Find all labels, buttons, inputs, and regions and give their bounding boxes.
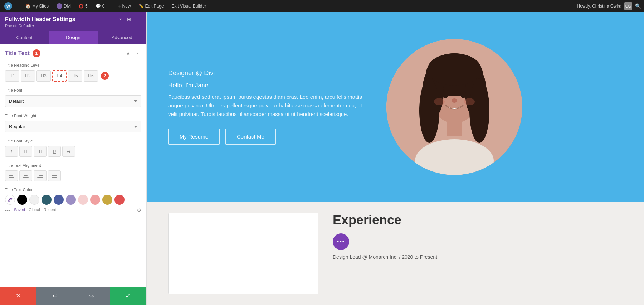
left-panel: Fullwidth Header Settings ⊡ ⊞ ⋮ Preset: … [0,12,147,305]
eyedropper-btn[interactable] [5,195,15,205]
section-more-icon[interactable]: ⋮ [133,50,141,57]
more-options-icon[interactable]: ⋮ [135,16,141,23]
title-alignment-label: Title Text Alignment [5,163,141,168]
h1-btn[interactable]: H1 [5,70,19,82]
h2-btn[interactable]: H2 [21,70,35,82]
new-btn[interactable]: + New [116,0,132,12]
my-sites-label: My Sites [32,4,49,9]
section-title-left: Title Text 1 [5,49,40,57]
style-buttons: I TT Tt U S [5,146,141,157]
heading-badge: 2 [101,72,109,80]
title-font-select[interactable]: Default [5,95,141,107]
title-font-weight-select[interactable]: Regular [5,121,141,132]
divi-label: Divi [64,4,71,9]
strikethrough-btn[interactable]: S [62,146,75,157]
title-font-weight-label: Title Font Weight [5,113,141,118]
exp-left-box [168,213,318,294]
experience-section: Experience ••• Design Lead @ Monarch Inc… [147,202,644,305]
svg-point-11 [460,91,466,98]
h5-btn[interactable]: H5 [68,70,82,82]
exp-position: Design Lead @ Monarch Inc. / 2020 to Pre… [333,254,623,260]
separator2 [111,3,111,10]
exp-right-content: Experience ••• Design Lead @ Monarch Inc… [333,213,623,294]
color-row [5,195,141,205]
expand-icon[interactable]: ⊞ [126,16,132,23]
color-light-purple[interactable] [66,195,76,205]
title-color-group: Title Text Color [5,188,141,213]
svg-point-10 [443,91,448,98]
redo-button[interactable]: ↪ [73,287,110,305]
cancel-button[interactable]: ✕ [0,287,36,305]
svg-point-12 [452,98,457,103]
tab-content[interactable]: Content [0,31,49,44]
svg-rect-8 [447,118,462,136]
svg-point-13 [434,98,445,105]
main-area: Fullwidth Header Settings ⊡ ⊞ ⋮ Preset: … [0,12,644,305]
section-badge: 1 [33,49,40,57]
wp-icon-btn[interactable]: W [3,0,14,12]
collapse-icon[interactable]: ∧ [125,50,131,57]
panel-preset[interactable]: Preset: Default ▾ [5,24,141,28]
color-red[interactable] [114,195,125,205]
minimize-icon[interactable]: ⊡ [118,16,123,23]
color-black[interactable] [17,195,27,205]
hero-greeting: Hello, I'm Jane [168,82,365,89]
section-title-icons: ∧ ⋮ [125,50,141,57]
heading-buttons: H1 H2 H3 H4 H5 H6 2 [5,70,141,82]
exit-visual-builder-btn[interactable]: Exit Visual Builder [170,0,208,12]
undo-button[interactable]: ↩ [36,287,73,305]
align-left-btn[interactable] [5,170,18,181]
align-right-btn[interactable] [34,170,47,181]
contact-me-button[interactable]: Contact Me [225,129,276,145]
color-light-pink[interactable] [78,195,88,205]
color-purple[interactable] [54,195,64,205]
color-dark-teal[interactable] [42,195,52,205]
svg-point-6 [419,78,439,143]
more-colors-btn[interactable]: ••• [5,208,10,213]
comment-count-btn[interactable]: ⭕ 5 [77,0,89,12]
my-sites-btn[interactable]: 🏠 My Sites [24,0,50,12]
align-center-btn[interactable] [19,170,32,181]
hero-image-wrap [386,39,522,175]
edit-page-btn[interactable]: ✏️ Edit Page [137,0,165,12]
recent-colors-tab[interactable]: Recent [44,208,56,213]
uppercase-btn[interactable]: TT [19,146,32,157]
section-title-row: Title Text 1 ∧ ⋮ [5,49,141,57]
hero-subtitle: Designer @ Divi [168,69,365,77]
tab-design[interactable]: Design [49,31,97,44]
admin-bar: W 🏠 My Sites Divi ⭕ 5 💬 0 + New ✏️ Edit … [0,0,644,12]
hero-person-svg [386,39,522,175]
color-pink[interactable] [90,195,100,205]
color-gold[interactable] [102,195,112,205]
right-panel: Designer @ Divi Hello, I'm Jane Faucibus… [147,12,644,305]
svg-point-5 [428,53,481,86]
capitalize-btn[interactable]: Tt [34,146,47,157]
h3-btn[interactable]: H3 [36,70,51,82]
panel-header-top: Fullwidth Header Settings ⊡ ⊞ ⋮ [5,16,141,23]
tab-advanced[interactable]: Advanced [98,31,146,44]
panel-header-icons: ⊡ ⊞ ⋮ [118,16,141,23]
underline-btn[interactable]: U [48,146,61,157]
h4-btn[interactable]: H4 [52,70,67,82]
comment-bubble-btn[interactable]: 💬 0 [94,0,106,12]
title-font-weight-group: Title Font Weight Regular [5,113,141,132]
svg-point-7 [469,78,489,143]
search-icon[interactable]: 🔍 [635,3,641,9]
my-resume-button[interactable]: My Resume [168,129,220,145]
align-buttons [5,170,141,181]
save-button[interactable]: ✓ [110,287,146,305]
italic-btn[interactable]: I [5,146,18,157]
h6-btn[interactable]: H6 [84,70,98,82]
divi-btn[interactable]: Divi [55,0,72,12]
global-colors-tab[interactable]: Global [29,208,40,213]
color-settings-icon[interactable]: ⚙ [137,208,141,213]
heading-level-label: Title Heading Level [5,63,141,67]
comment-bubble-count: 0 [102,4,105,9]
saved-colors-tab[interactable]: Saved [14,208,25,213]
align-justify-btn[interactable] [48,170,61,181]
title-font-style-group: Title Font Style I TT Tt U S [5,139,141,157]
experience-title: Experience [333,213,623,228]
color-white[interactable] [29,195,39,205]
separator [19,3,19,10]
exp-options-btn[interactable]: ••• [333,233,349,250]
